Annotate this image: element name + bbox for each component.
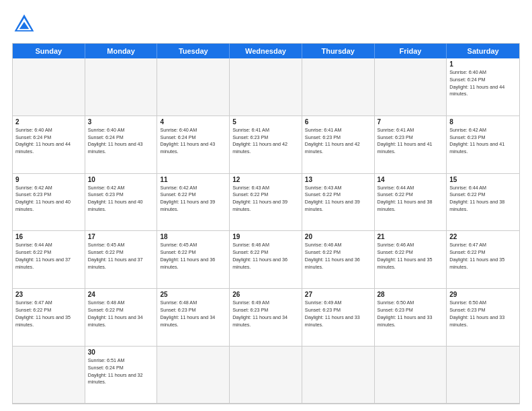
cell-day-6: 6Sunrise: 6:41 AMSunset: 6:23 PMDaylight… <box>302 116 375 174</box>
day-number: 5 <box>232 118 299 126</box>
day-number: 6 <box>305 118 371 126</box>
cell-info: Sunrise: 6:49 AMSunset: 6:23 PMDaylight:… <box>305 300 371 328</box>
logo-icon <box>12 12 36 36</box>
cell-day-12: 12Sunrise: 6:43 AMSunset: 6:22 PMDayligh… <box>230 174 302 232</box>
cell-day-11: 11Sunrise: 6:42 AMSunset: 6:22 PMDayligh… <box>157 174 230 232</box>
day-number: 24 <box>88 291 154 298</box>
day-number: 25 <box>160 291 226 298</box>
cell-info: Sunrise: 6:40 AMSunset: 6:24 PMDaylight:… <box>160 127 226 156</box>
cell-info: Sunrise: 6:42 AMSunset: 6:22 PMDaylight:… <box>160 185 226 214</box>
cell-info: Sunrise: 6:41 AMSunset: 6:23 PMDaylight:… <box>232 127 299 156</box>
cell-empty <box>302 347 375 404</box>
cell-info: Sunrise: 6:43 AMSunset: 6:22 PMDaylight:… <box>232 185 299 214</box>
day-number: 22 <box>449 233 517 240</box>
cell-info: Sunrise: 6:47 AMSunset: 6:22 PMDaylight:… <box>15 300 82 328</box>
cell-day-29: 29Sunrise: 6:50 AMSunset: 6:23 PMDayligh… <box>447 289 519 347</box>
day-header-sunday: Sunday <box>13 44 85 58</box>
cell-day-16: 16Sunrise: 6:44 AMSunset: 6:22 PMDayligh… <box>13 231 85 289</box>
day-number: 9 <box>15 176 82 183</box>
cell-empty <box>230 347 302 404</box>
cell-empty <box>13 58 85 116</box>
cell-info: Sunrise: 6:44 AMSunset: 6:22 PMDaylight:… <box>15 242 82 271</box>
calendar-grid: 1Sunrise: 6:40 AMSunset: 6:24 PMDaylight… <box>13 58 519 404</box>
day-number: 20 <box>305 233 371 240</box>
calendar: SundayMondayTuesdayWednesdayThursdayFrid… <box>12 43 520 404</box>
day-number: 11 <box>160 176 226 183</box>
day-number: 30 <box>88 349 154 356</box>
day-number: 15 <box>449 176 517 183</box>
cell-empty <box>447 347 519 404</box>
day-number: 4 <box>160 118 226 126</box>
day-number: 10 <box>88 176 154 183</box>
cell-info: Sunrise: 6:44 AMSunset: 6:22 PMDaylight:… <box>449 185 517 214</box>
day-headers: SundayMondayTuesdayWednesdayThursdayFrid… <box>13 44 519 58</box>
cell-day-22: 22Sunrise: 6:47 AMSunset: 6:22 PMDayligh… <box>447 231 519 289</box>
cell-day-1: 1Sunrise: 6:40 AMSunset: 6:24 PMDaylight… <box>447 58 519 116</box>
day-number: 19 <box>232 233 299 240</box>
cell-day-3: 3Sunrise: 6:40 AMSunset: 6:24 PMDaylight… <box>85 116 158 174</box>
cell-day-28: 28Sunrise: 6:50 AMSunset: 6:23 PMDayligh… <box>375 289 447 347</box>
cell-day-8: 8Sunrise: 6:42 AMSunset: 6:23 PMDaylight… <box>447 116 519 174</box>
cell-info: Sunrise: 6:48 AMSunset: 6:23 PMDaylight:… <box>160 300 226 328</box>
cell-day-19: 19Sunrise: 6:46 AMSunset: 6:22 PMDayligh… <box>230 231 302 289</box>
day-number: 23 <box>15 291 82 298</box>
cell-empty <box>230 58 302 116</box>
day-number: 14 <box>378 176 444 183</box>
day-header-friday: Friday <box>375 44 447 58</box>
cell-day-26: 26Sunrise: 6:49 AMSunset: 6:23 PMDayligh… <box>230 289 302 347</box>
cell-info: Sunrise: 6:41 AMSunset: 6:23 PMDaylight:… <box>305 127 371 156</box>
cell-info: Sunrise: 6:45 AMSunset: 6:22 PMDaylight:… <box>88 242 154 271</box>
cell-info: Sunrise: 6:50 AMSunset: 6:23 PMDaylight:… <box>378 300 444 328</box>
cell-day-14: 14Sunrise: 6:44 AMSunset: 6:22 PMDayligh… <box>375 174 447 232</box>
cell-info: Sunrise: 6:44 AMSunset: 6:22 PMDaylight:… <box>378 185 444 214</box>
day-number: 13 <box>305 176 371 183</box>
cell-day-15: 15Sunrise: 6:44 AMSunset: 6:22 PMDayligh… <box>447 174 519 232</box>
cell-info: Sunrise: 6:40 AMSunset: 6:24 PMDaylight:… <box>449 69 517 98</box>
day-number: 8 <box>449 118 517 126</box>
cell-empty <box>13 347 85 404</box>
cell-info: Sunrise: 6:49 AMSunset: 6:23 PMDaylight:… <box>232 300 299 328</box>
cell-empty <box>375 58 447 116</box>
day-number: 21 <box>378 233 444 240</box>
header <box>12 12 520 36</box>
cell-day-20: 20Sunrise: 6:46 AMSunset: 6:22 PMDayligh… <box>302 231 375 289</box>
day-number: 17 <box>88 233 154 240</box>
day-number: 18 <box>160 233 226 240</box>
day-number: 3 <box>88 118 154 126</box>
day-number: 27 <box>305 291 371 298</box>
cell-info: Sunrise: 6:48 AMSunset: 6:22 PMDaylight:… <box>88 300 154 328</box>
day-header-tuesday: Tuesday <box>157 44 230 58</box>
day-number: 29 <box>449 291 517 298</box>
cell-info: Sunrise: 6:45 AMSunset: 6:22 PMDaylight:… <box>160 242 226 271</box>
cell-empty <box>85 58 158 116</box>
cell-empty <box>157 58 230 116</box>
day-number: 28 <box>378 291 444 298</box>
cell-info: Sunrise: 6:42 AMSunset: 6:23 PMDaylight:… <box>88 185 154 214</box>
cell-day-27: 27Sunrise: 6:49 AMSunset: 6:23 PMDayligh… <box>302 289 375 347</box>
day-number: 1 <box>449 60 517 68</box>
cell-info: Sunrise: 6:43 AMSunset: 6:22 PMDaylight:… <box>305 185 371 214</box>
cell-day-10: 10Sunrise: 6:42 AMSunset: 6:23 PMDayligh… <box>85 174 158 232</box>
page: SundayMondayTuesdayWednesdayThursdayFrid… <box>0 0 532 411</box>
day-number: 12 <box>232 176 299 183</box>
day-number: 2 <box>15 118 82 126</box>
cell-info: Sunrise: 6:41 AMSunset: 6:23 PMDaylight:… <box>378 127 444 156</box>
cell-day-25: 25Sunrise: 6:48 AMSunset: 6:23 PMDayligh… <box>157 289 230 347</box>
cell-empty <box>375 347 447 404</box>
cell-info: Sunrise: 6:46 AMSunset: 6:22 PMDaylight:… <box>232 242 299 271</box>
cell-day-17: 17Sunrise: 6:45 AMSunset: 6:22 PMDayligh… <box>85 231 158 289</box>
cell-info: Sunrise: 6:47 AMSunset: 6:22 PMDaylight:… <box>449 242 517 271</box>
day-number: 16 <box>15 233 82 240</box>
cell-info: Sunrise: 6:51 AMSunset: 6:24 PMDaylight:… <box>88 357 154 386</box>
cell-info: Sunrise: 6:42 AMSunset: 6:23 PMDaylight:… <box>15 185 82 214</box>
cell-day-9: 9Sunrise: 6:42 AMSunset: 6:23 PMDaylight… <box>13 174 85 232</box>
cell-info: Sunrise: 6:46 AMSunset: 6:22 PMDaylight:… <box>378 242 444 271</box>
day-header-thursday: Thursday <box>302 44 375 58</box>
logo <box>12 12 40 36</box>
day-number: 26 <box>232 291 299 298</box>
cell-info: Sunrise: 6:42 AMSunset: 6:23 PMDaylight:… <box>449 127 517 156</box>
day-header-wednesday: Wednesday <box>230 44 302 58</box>
cell-day-21: 21Sunrise: 6:46 AMSunset: 6:22 PMDayligh… <box>375 231 447 289</box>
cell-day-4: 4Sunrise: 6:40 AMSunset: 6:24 PMDaylight… <box>157 116 230 174</box>
day-number: 7 <box>378 118 444 126</box>
